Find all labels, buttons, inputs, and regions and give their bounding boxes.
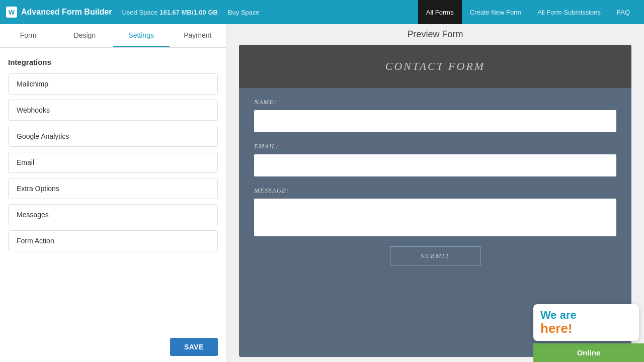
integration-extra-options[interactable]: Extra Options — [8, 178, 218, 199]
nav-all-form-submissions[interactable]: All Form Submissions — [529, 0, 609, 24]
chat-status-bar: Online — [533, 343, 644, 362]
nav-all-forms[interactable]: All Forms — [418, 0, 462, 24]
integrations-title: Integrations — [8, 58, 218, 66]
integration-form-action[interactable]: Form Action — [8, 230, 218, 251]
used-space-value: 161.67 MB/1.00 GB — [159, 9, 218, 16]
form-submit-button[interactable]: SUBMIT — [390, 246, 480, 265]
brand: W Advanced Form Builder — [6, 7, 112, 18]
form-header-title: CONTACT FORM — [249, 60, 621, 73]
form-submit-row: SUBMIT — [254, 246, 616, 270]
form-header: CONTACT FORM — [239, 45, 631, 88]
integration-mailchimp[interactable]: Mailchimp — [8, 73, 218, 95]
buy-space-button[interactable]: Buy Space — [222, 9, 266, 16]
integration-google-analytics[interactable]: Google Analytics — [8, 126, 218, 147]
chat-bubble-text: We are here! — [540, 309, 632, 336]
top-nav: W Advanced Form Builder Used Space 161.6… — [0, 0, 644, 24]
integration-email[interactable]: Email — [8, 152, 218, 173]
brand-title: Advanced Form Builder — [21, 8, 112, 17]
form-field-message: MESSAGE: — [254, 187, 616, 236]
chat-widget[interactable]: We are here! Online — [533, 304, 644, 362]
chat-bubble: We are here! — [533, 304, 639, 341]
settings-panel: Integrations Mailchimp Webhooks Google A… — [0, 48, 226, 332]
right-panel: Preview Form CONTACT FORM NAME: EMAIL:* — [226, 24, 644, 362]
required-indicator: * — [280, 142, 284, 150]
main-layout: Form Design Settings Payment Integration… — [0, 24, 644, 362]
integration-messages[interactable]: Messages — [8, 204, 218, 225]
left-panel: Form Design Settings Payment Integration… — [0, 24, 226, 362]
form-field-name: NAME: — [254, 98, 616, 132]
form-input-name[interactable] — [254, 110, 616, 132]
chat-we: We are — [540, 309, 577, 321]
nav-faq[interactable]: FAQ — [609, 0, 638, 24]
chat-here: here! — [540, 321, 573, 336]
nav-links: All Forms Create New Form All Form Submi… — [418, 0, 638, 24]
save-btn-row: SAVE — [0, 332, 226, 362]
form-input-email[interactable] — [254, 154, 616, 176]
tab-form[interactable]: Form — [0, 24, 56, 47]
form-body: NAME: EMAIL:* MESSAGE: SUBMIT — [239, 88, 631, 281]
used-space-info: Used Space 161.67 MB/1.00 GB — [122, 9, 217, 16]
form-label-email: EMAIL:* — [254, 142, 616, 150]
preview-title: Preview Form — [407, 29, 463, 40]
tab-payment[interactable]: Payment — [170, 24, 226, 47]
tab-design[interactable]: Design — [56, 24, 113, 47]
used-space-label: Used Space — [122, 9, 157, 16]
tab-settings[interactable]: Settings — [113, 24, 170, 47]
form-label-name: NAME: — [254, 98, 616, 106]
integration-webhooks[interactable]: Webhooks — [8, 100, 218, 121]
form-input-message[interactable] — [254, 199, 616, 236]
brand-icon: W — [6, 7, 17, 18]
save-button[interactable]: SAVE — [170, 338, 218, 356]
form-field-email: EMAIL:* — [254, 142, 616, 176]
nav-create-new-form[interactable]: Create New Form — [462, 0, 530, 24]
form-label-message: MESSAGE: — [254, 187, 616, 195]
form-tabs: Form Design Settings Payment — [0, 24, 226, 48]
